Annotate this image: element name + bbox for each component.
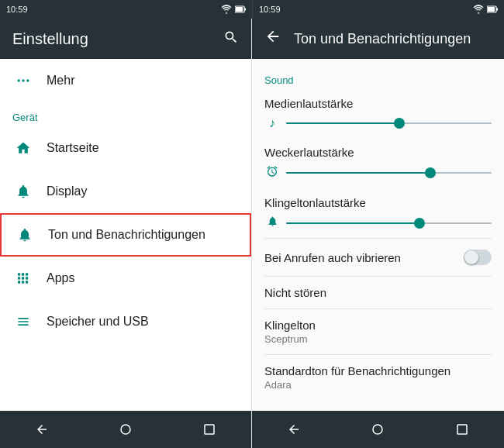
left-menu: Mehr Gerät Startseite	[0, 59, 251, 411]
standardton-subtitle: Adara	[264, 379, 492, 391]
right-status-bar: 10:59	[252, 0, 504, 19]
svg-rect-12	[457, 425, 467, 434]
standardton-title: Standardton für Benachrichtigungen	[264, 364, 492, 377]
right-panel-title: Ton und Benachrichtigungen	[294, 31, 471, 47]
left-home-nav[interactable]	[107, 411, 144, 448]
right-back-nav[interactable]	[275, 411, 312, 448]
left-panel: Einstellung Mehr Gerät	[0, 19, 252, 448]
startseite-label: Startseite	[47, 141, 99, 155]
media-volume-track[interactable]	[286, 122, 492, 124]
klingelton-item[interactable]: Klingelton Sceptrum	[252, 309, 504, 354]
media-volume-slider-row[interactable]: ♪	[264, 116, 492, 130]
right-header: Ton und Benachrichtigungen	[252, 19, 504, 59]
left-back-nav[interactable]	[23, 411, 60, 448]
left-header: Einstellung	[0, 19, 251, 59]
storage-icon	[12, 314, 34, 329]
left-nav-bar	[0, 411, 251, 448]
more-icon	[12, 73, 34, 88]
alarm-volume-setting: Weckerlautstärke	[252, 138, 504, 188]
media-volume-setting: Medienlautstärke ♪	[252, 89, 504, 138]
svg-point-11	[373, 425, 382, 434]
alarm-volume-track[interactable]	[286, 172, 492, 174]
apps-label: Apps	[47, 271, 74, 285]
bell-small-icon	[264, 215, 280, 230]
back-icon[interactable]	[264, 28, 281, 50]
ringtone-volume-track[interactable]	[286, 222, 492, 224]
alarm-icon	[264, 165, 280, 181]
vibrate-toggle-row: Bei Anrufen auch vibrieren	[252, 239, 504, 276]
svg-point-7	[22, 79, 24, 81]
ringtone-volume-slider-row[interactable]	[264, 215, 492, 230]
mehr-label: Mehr	[47, 74, 74, 88]
right-panel: Ton und Benachrichtigungen Sound Medienl…	[252, 19, 504, 448]
nicht-stoeren-item[interactable]: Nicht stören	[252, 277, 504, 308]
left-time: 10:59	[6, 5, 28, 14]
ton-label: Ton und Benachrichtigungen	[48, 228, 205, 242]
nicht-stoeren-title: Nicht stören	[264, 286, 492, 299]
geraet-section-label: Gerät	[0, 102, 251, 126]
svg-rect-1	[244, 9, 246, 11]
left-recents-nav[interactable]	[191, 411, 228, 448]
wifi-icon-left	[221, 5, 232, 14]
apps-icon	[12, 271, 34, 286]
alarm-volume-title: Weckerlautstärke	[264, 146, 492, 159]
toggle-knob	[464, 250, 478, 264]
sound-section-label: Sound	[252, 65, 504, 89]
menu-item-apps[interactable]: Apps	[0, 257, 251, 300]
right-status-icons	[473, 5, 498, 14]
menu-item-startseite[interactable]: Startseite	[0, 126, 251, 170]
svg-rect-4	[496, 9, 498, 11]
svg-point-8	[26, 79, 29, 81]
right-home-nav[interactable]	[359, 411, 396, 448]
svg-point-6	[18, 79, 20, 81]
left-status-icons	[221, 5, 246, 14]
vibrate-toggle[interactable]	[464, 250, 492, 265]
menu-item-mehr[interactable]: Mehr	[0, 59, 251, 102]
svg-rect-10	[205, 425, 214, 434]
menu-item-ton[interactable]: Ton und Benachrichtigungen	[0, 213, 251, 257]
svg-rect-5	[488, 7, 495, 12]
right-content: Sound Medienlautstärke ♪ Weckerlautstärk…	[252, 59, 504, 411]
ringtone-volume-title: Klingeltonlautstärke	[264, 196, 492, 209]
home-icon	[12, 140, 34, 156]
right-time: 10:59	[259, 5, 281, 14]
battery-icon-left	[235, 5, 246, 13]
svg-rect-2	[236, 7, 243, 12]
search-icon[interactable]	[223, 29, 239, 49]
music-note-icon: ♪	[264, 116, 280, 130]
battery-icon-right	[487, 5, 498, 13]
klingelton-title: Klingelton	[264, 319, 492, 332]
bell-icon	[14, 227, 36, 243]
standardton-item[interactable]: Standardton für Benachrichtigungen Adara	[252, 355, 504, 400]
menu-item-display[interactable]: Display	[0, 170, 251, 213]
right-recents-nav[interactable]	[444, 411, 481, 448]
vibrate-label: Bei Anrufen auch vibrieren	[264, 251, 401, 264]
speicher-label: Speicher und USB	[47, 315, 149, 329]
left-status-bar: 10:59	[0, 0, 252, 19]
klingelton-subtitle: Sceptrum	[264, 333, 492, 345]
wifi-icon-right	[473, 5, 484, 14]
svg-point-9	[121, 425, 130, 434]
settings-title: Einstellung	[12, 30, 88, 48]
right-nav-bar	[252, 411, 504, 448]
alarm-volume-slider-row[interactable]	[264, 165, 492, 181]
media-volume-title: Medienlautstärke	[264, 97, 492, 110]
menu-item-speicher[interactable]: Speicher und USB	[0, 300, 251, 343]
display-icon	[12, 184, 34, 199]
display-label: Display	[47, 184, 87, 198]
ringtone-volume-setting: Klingeltonlautstärke	[252, 188, 504, 238]
